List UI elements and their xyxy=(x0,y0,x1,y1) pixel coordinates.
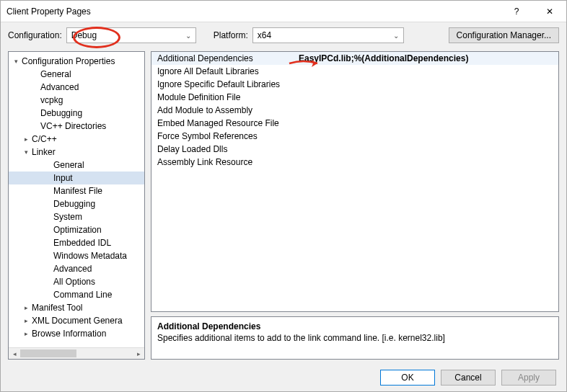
horizontal-scrollbar[interactable]: ◂ ▸ xyxy=(9,347,144,359)
tree-item[interactable]: ▸Manifest Tool xyxy=(9,301,144,314)
window-title: Client Property Pages xyxy=(6,6,500,17)
tree-item-label: All Options xyxy=(52,277,95,287)
tree-item-label: Debugging xyxy=(52,199,95,209)
tree-item[interactable]: General xyxy=(9,159,144,172)
tree-item[interactable]: All Options xyxy=(9,275,144,288)
tree-item-label: General xyxy=(52,160,84,170)
scroll-left-icon[interactable]: ◂ xyxy=(9,348,20,359)
tree-item-label: Debugging xyxy=(39,108,82,118)
tree-item[interactable]: Optimization xyxy=(9,223,144,236)
platform-label: Platform: xyxy=(214,30,248,40)
tree-item[interactable]: VC++ Directories xyxy=(9,120,144,133)
expand-icon[interactable]: ▸ xyxy=(22,317,30,324)
collapse-icon[interactable]: ▾ xyxy=(12,58,20,65)
apply-button[interactable]: Apply xyxy=(501,370,556,386)
tree-item[interactable]: Input xyxy=(9,172,144,184)
tree-item[interactable]: ▾Linker xyxy=(9,146,144,159)
tree-item-label: Linker xyxy=(30,147,56,157)
tree-item-label: XML Document Genera xyxy=(30,316,123,326)
tree-item[interactable]: ▸XML Document Genera xyxy=(9,314,144,327)
property-row[interactable]: Ignore Specific Default Libraries xyxy=(151,78,558,91)
property-name: Delay Loaded Dlls xyxy=(151,144,296,154)
scroll-right-icon[interactable]: ▸ xyxy=(133,348,144,359)
tree-item[interactable]: Embedded IDL xyxy=(9,236,144,249)
expand-icon[interactable]: ▸ xyxy=(22,330,30,337)
property-row[interactable]: Additional DependenciesEasyIPCd.lib;%(Ad… xyxy=(151,52,558,65)
close-button[interactable]: ✕ xyxy=(533,1,566,22)
tree-panel: ▾Configuration PropertiesGeneralAdvanced… xyxy=(8,51,145,360)
tree-item[interactable]: vcpkg xyxy=(9,94,144,107)
property-row[interactable]: Assembly Link Resource xyxy=(151,156,558,169)
property-grid[interactable]: Additional DependenciesEasyIPCd.lib;%(Ad… xyxy=(151,51,559,312)
property-value[interactable]: EasyIPCd.lib;%(AdditionalDependencies) xyxy=(296,53,558,63)
tree-item-label: Command Line xyxy=(52,290,112,300)
property-name: Ignore Specific Default Libraries xyxy=(151,79,296,89)
property-name: Additional Dependencies xyxy=(151,53,296,63)
titlebar: Client Property Pages ? ✕ xyxy=(1,1,566,22)
configuration-label: Configuration: xyxy=(8,30,62,40)
description-title: Additional Dependencies xyxy=(157,321,553,331)
tree-item-label: VC++ Directories xyxy=(39,121,106,131)
description-box: Additional Dependencies Specifies additi… xyxy=(151,316,559,360)
tree-item-label: Embedded IDL xyxy=(52,238,111,248)
tree-item[interactable]: Debugging xyxy=(9,197,144,210)
chevron-down-icon: ⌄ xyxy=(393,32,399,40)
tree-item-label: General xyxy=(39,69,71,79)
tree-item-label: Input xyxy=(52,173,73,183)
tree-item-label: Windows Metadata xyxy=(52,251,127,261)
tree-item[interactable]: System xyxy=(9,210,144,223)
tree-item-label: Optimization xyxy=(52,225,102,235)
tree-item[interactable]: Command Line xyxy=(9,288,144,301)
property-row[interactable]: Force Symbol References xyxy=(151,130,558,143)
tree-item[interactable]: Windows Metadata xyxy=(9,249,144,262)
help-button[interactable]: ? xyxy=(500,1,533,22)
tree-item[interactable]: Debugging xyxy=(9,107,144,120)
collapse-icon[interactable]: ▾ xyxy=(22,148,30,156)
expand-icon[interactable]: ▸ xyxy=(22,135,30,143)
tree-item-label: Manifest File xyxy=(52,186,102,196)
tree-item-label: Advanced xyxy=(39,82,79,92)
configuration-value: Debug xyxy=(71,30,97,40)
tree-item[interactable]: Advanced xyxy=(9,262,144,275)
property-row[interactable]: Embed Managed Resource File xyxy=(151,117,558,130)
property-name: Module Definition File xyxy=(151,92,296,102)
property-name: Embed Managed Resource File xyxy=(151,118,296,128)
description-body: Specifies additional items to add to the… xyxy=(157,333,553,343)
property-row[interactable]: Module Definition File xyxy=(151,91,558,104)
tree-item-label: Manifest Tool xyxy=(30,303,82,313)
tree-item[interactable]: Manifest File xyxy=(9,184,144,197)
tree-item-label: vcpkg xyxy=(39,95,63,105)
tree-item-label: Browse Information xyxy=(30,329,106,339)
property-name: Force Symbol References xyxy=(151,131,296,141)
tree-item[interactable]: Advanced xyxy=(9,81,144,94)
property-row[interactable]: Ignore All Default Libraries xyxy=(151,65,558,78)
property-name: Assembly Link Resource xyxy=(151,157,296,167)
property-row[interactable]: Add Module to Assembly xyxy=(151,104,558,117)
tree-item[interactable]: ▾Configuration Properties xyxy=(9,55,144,68)
cancel-button[interactable]: Cancel xyxy=(441,370,496,386)
configuration-dropdown[interactable]: Debug ⌄ xyxy=(66,27,196,43)
property-name: Add Module to Assembly xyxy=(151,105,296,115)
dialog-buttons: OK Cancel Apply xyxy=(380,370,556,386)
tree-item[interactable]: ▸C/C++ xyxy=(9,133,144,146)
tree-item-label: Configuration Properties xyxy=(20,56,115,66)
chevron-down-icon: ⌄ xyxy=(185,32,191,40)
property-row[interactable]: Delay Loaded Dlls xyxy=(151,143,558,156)
property-name: Ignore All Default Libraries xyxy=(151,66,296,76)
tree-item[interactable]: General xyxy=(9,68,144,81)
config-row: Configuration: Debug ⌄ Platform: x64 ⌄ C… xyxy=(1,22,566,48)
platform-dropdown[interactable]: x64 ⌄ xyxy=(252,27,404,43)
tree-item-label: Advanced xyxy=(52,264,92,274)
tree[interactable]: ▾Configuration PropertiesGeneralAdvanced… xyxy=(9,52,144,347)
tree-item-label: System xyxy=(52,212,82,222)
configuration-manager-button[interactable]: Configuration Manager... xyxy=(449,27,559,43)
tree-item[interactable]: ▸Browse Information xyxy=(9,327,144,340)
platform-value: x64 xyxy=(258,30,271,40)
ok-button[interactable]: OK xyxy=(380,370,435,386)
expand-icon[interactable]: ▸ xyxy=(22,304,30,311)
tree-item-label: C/C++ xyxy=(30,134,57,144)
